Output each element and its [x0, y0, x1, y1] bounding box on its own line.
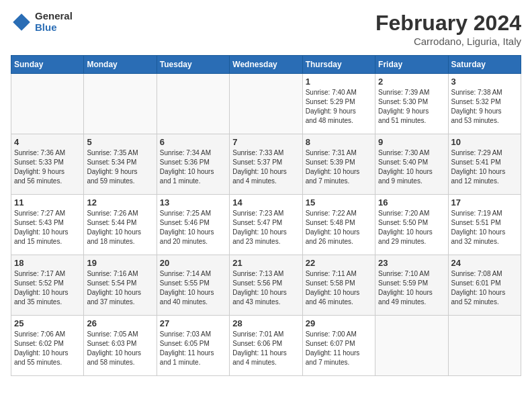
day-number: 5: [87, 137, 153, 147]
day-number: 8: [306, 137, 372, 147]
calendar-cell: 10Sunrise: 7:29 AMSunset: 5:41 PMDayligh…: [448, 134, 521, 195]
day-info: Sunrise: 7:20 AMSunset: 5:50 PMDaylight:…: [378, 209, 445, 246]
day-number: 12: [87, 197, 153, 208]
day-number: 10: [451, 137, 518, 147]
header-saturday: Saturday: [448, 56, 521, 74]
calendar-cell: 6Sunrise: 7:34 AMSunset: 5:36 PMDaylight…: [157, 134, 229, 195]
calendar-cell: 7Sunrise: 7:33 AMSunset: 5:37 PMDaylight…: [230, 134, 302, 195]
day-info: Sunrise: 7:30 AMSunset: 5:40 PMDaylight:…: [378, 148, 445, 186]
day-info: Sunrise: 7:40 AMSunset: 5:29 PMDaylight:…: [306, 88, 372, 126]
calendar-cell: [84, 74, 157, 134]
day-info: Sunrise: 7:10 AMSunset: 5:59 PMDaylight:…: [378, 269, 445, 307]
calendar-cell: 1Sunrise: 7:40 AMSunset: 5:29 PMDaylight…: [302, 74, 375, 134]
header-wednesday: Wednesday: [230, 56, 302, 74]
calendar-cell: 11Sunrise: 7:27 AMSunset: 5:43 PMDayligh…: [11, 195, 84, 255]
day-info: Sunrise: 7:05 AMSunset: 6:03 PMDaylight:…: [87, 330, 153, 367]
calendar-cell: [157, 74, 229, 134]
svg-marker-0: [13, 13, 30, 31]
day-number: 11: [14, 197, 81, 208]
header-thursday: Thursday: [302, 56, 375, 74]
calendar-cell: 20Sunrise: 7:14 AMSunset: 5:55 PMDayligh…: [157, 255, 229, 316]
day-number: 24: [451, 258, 518, 268]
header-tuesday: Tuesday: [157, 56, 229, 74]
calendar-cell: [375, 316, 448, 376]
day-info: Sunrise: 7:38 AMSunset: 5:32 PMDaylight:…: [451, 88, 518, 126]
day-info: Sunrise: 7:22 AMSunset: 5:48 PMDaylight:…: [306, 209, 372, 246]
day-number: 27: [160, 318, 226, 328]
calendar-cell: 16Sunrise: 7:20 AMSunset: 5:50 PMDayligh…: [375, 195, 448, 255]
calendar-cell: 2Sunrise: 7:39 AMSunset: 5:30 PMDaylight…: [375, 74, 448, 134]
day-info: Sunrise: 7:08 AMSunset: 6:01 PMDaylight:…: [451, 269, 518, 307]
day-number: 3: [451, 77, 518, 87]
title-block: February 2024 Carrodano, Liguria, Italy: [375, 11, 521, 47]
week-row-3: 11Sunrise: 7:27 AMSunset: 5:43 PMDayligh…: [11, 195, 521, 255]
day-info: Sunrise: 7:27 AMSunset: 5:43 PMDaylight:…: [14, 209, 81, 246]
day-info: Sunrise: 7:16 AMSunset: 5:54 PMDaylight:…: [87, 269, 153, 307]
day-info: Sunrise: 7:13 AMSunset: 5:56 PMDaylight:…: [232, 269, 299, 307]
day-number: 21: [232, 258, 299, 268]
location-title: Carrodano, Liguria, Italy: [375, 36, 521, 47]
day-info: Sunrise: 7:31 AMSunset: 5:39 PMDaylight:…: [306, 148, 372, 186]
day-number: 29: [306, 318, 372, 328]
logo-blue-text: Blue: [35, 22, 73, 34]
day-number: 4: [14, 137, 81, 147]
calendar-table: SundayMondayTuesdayWednesdayThursdayFrid…: [11, 55, 521, 376]
calendar-cell: 14Sunrise: 7:23 AMSunset: 5:47 PMDayligh…: [230, 195, 302, 255]
logo-icon: [11, 11, 32, 33]
day-info: Sunrise: 7:23 AMSunset: 5:47 PMDaylight:…: [232, 209, 299, 246]
week-row-1: 1Sunrise: 7:40 AMSunset: 5:29 PMDaylight…: [11, 74, 521, 134]
week-row-5: 25Sunrise: 7:06 AMSunset: 6:02 PMDayligh…: [11, 316, 521, 376]
day-info: Sunrise: 7:29 AMSunset: 5:41 PMDaylight:…: [451, 148, 518, 186]
calendar-cell: 4Sunrise: 7:36 AMSunset: 5:33 PMDaylight…: [11, 134, 84, 195]
page-header: General Blue February 2024 Carrodano, Li…: [11, 11, 521, 47]
day-info: Sunrise: 7:25 AMSunset: 5:46 PMDaylight:…: [160, 209, 226, 246]
header-sunday: Sunday: [11, 56, 84, 74]
day-number: 20: [160, 258, 226, 268]
calendar-header-row: SundayMondayTuesdayWednesdayThursdayFrid…: [11, 56, 521, 74]
day-info: Sunrise: 7:17 AMSunset: 5:52 PMDaylight:…: [14, 269, 81, 307]
day-number: 9: [378, 137, 445, 147]
header-monday: Monday: [84, 56, 157, 74]
calendar-cell: 3Sunrise: 7:38 AMSunset: 5:32 PMDaylight…: [448, 74, 521, 134]
calendar-cell: 23Sunrise: 7:10 AMSunset: 5:59 PMDayligh…: [375, 255, 448, 316]
header-friday: Friday: [375, 56, 448, 74]
day-info: Sunrise: 7:14 AMSunset: 5:55 PMDaylight:…: [160, 269, 226, 307]
month-title: February 2024: [375, 11, 521, 36]
day-info: Sunrise: 7:11 AMSunset: 5:58 PMDaylight:…: [306, 269, 372, 307]
calendar-cell: [448, 316, 521, 376]
day-number: 6: [160, 137, 226, 147]
day-number: 17: [451, 197, 518, 208]
day-info: Sunrise: 7:33 AMSunset: 5:37 PMDaylight:…: [232, 148, 299, 186]
day-info: Sunrise: 7:19 AMSunset: 5:51 PMDaylight:…: [451, 209, 518, 246]
calendar-cell: 28Sunrise: 7:01 AMSunset: 6:06 PMDayligh…: [230, 316, 302, 376]
calendar-cell: 13Sunrise: 7:25 AMSunset: 5:46 PMDayligh…: [157, 195, 229, 255]
week-row-4: 18Sunrise: 7:17 AMSunset: 5:52 PMDayligh…: [11, 255, 521, 316]
day-number: 19: [87, 258, 153, 268]
calendar-cell: 24Sunrise: 7:08 AMSunset: 6:01 PMDayligh…: [448, 255, 521, 316]
calendar-cell: 22Sunrise: 7:11 AMSunset: 5:58 PMDayligh…: [302, 255, 375, 316]
logo-text: General Blue: [35, 11, 73, 33]
day-number: 14: [232, 197, 299, 208]
calendar-cell: [230, 74, 302, 134]
calendar-cell: 19Sunrise: 7:16 AMSunset: 5:54 PMDayligh…: [84, 255, 157, 316]
day-number: 25: [14, 318, 81, 328]
calendar-cell: 27Sunrise: 7:03 AMSunset: 6:05 PMDayligh…: [157, 316, 229, 376]
calendar-cell: 5Sunrise: 7:35 AMSunset: 5:34 PMDaylight…: [84, 134, 157, 195]
day-number: 22: [306, 258, 372, 268]
day-info: Sunrise: 7:03 AMSunset: 6:05 PMDaylight:…: [160, 330, 226, 367]
logo-general-text: General: [35, 11, 73, 22]
day-info: Sunrise: 7:36 AMSunset: 5:33 PMDaylight:…: [14, 148, 81, 186]
calendar-cell: 15Sunrise: 7:22 AMSunset: 5:48 PMDayligh…: [302, 195, 375, 255]
week-row-2: 4Sunrise: 7:36 AMSunset: 5:33 PMDaylight…: [11, 134, 521, 195]
calendar-cell: 18Sunrise: 7:17 AMSunset: 5:52 PMDayligh…: [11, 255, 84, 316]
day-number: 2: [378, 77, 445, 87]
logo: General Blue: [11, 11, 73, 33]
day-number: 15: [306, 197, 372, 208]
day-info: Sunrise: 7:34 AMSunset: 5:36 PMDaylight:…: [160, 148, 226, 186]
day-number: 28: [232, 318, 299, 328]
day-number: 7: [232, 137, 299, 147]
calendar-cell: 29Sunrise: 7:00 AMSunset: 6:07 PMDayligh…: [302, 316, 375, 376]
day-info: Sunrise: 7:01 AMSunset: 6:06 PMDaylight:…: [232, 330, 299, 367]
day-info: Sunrise: 7:35 AMSunset: 5:34 PMDaylight:…: [87, 148, 153, 186]
calendar-cell: 21Sunrise: 7:13 AMSunset: 5:56 PMDayligh…: [230, 255, 302, 316]
